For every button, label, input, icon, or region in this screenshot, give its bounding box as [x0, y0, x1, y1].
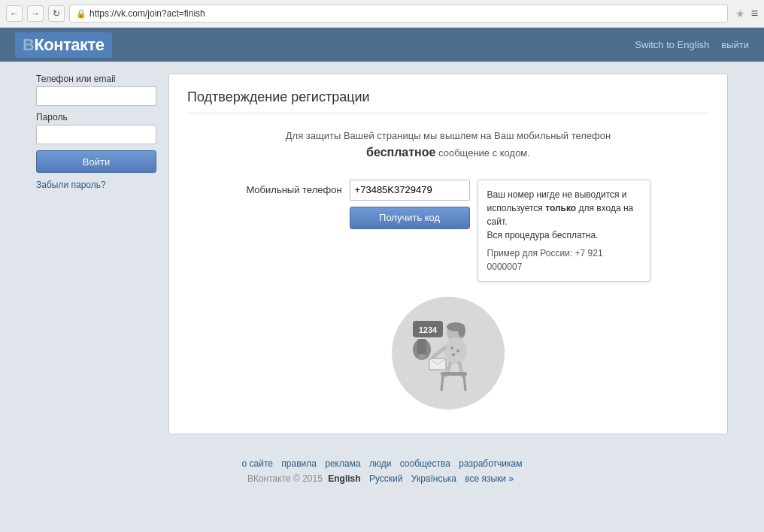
tooltip-line1: Ваш номер нигде не выводится и: [487, 188, 641, 201]
forgot-password-link[interactable]: Забыли пароль?: [36, 180, 106, 190]
logo-v-letter: В: [23, 35, 34, 54]
svg-point-5: [419, 354, 425, 360]
footer-link-communities[interactable]: сообщества: [400, 458, 450, 469]
svg-rect-16: [441, 372, 467, 376]
footer: о сайте правила реклама люди сообщества …: [0, 449, 764, 490]
footer-lang-all[interactable]: все языки »: [465, 473, 514, 484]
svg-text:1234: 1234: [419, 325, 438, 334]
content-panel: Подтверждение регистрации Для защиты Ваш…: [168, 74, 728, 434]
illustration-circle: 1234: [392, 297, 505, 410]
svg-rect-4: [417, 339, 426, 354]
refresh-button[interactable]: ↻: [48, 5, 65, 22]
phone-number-input[interactable]: [350, 180, 470, 201]
description-text: Для защиты Вашей страницы мы вышлем на В…: [187, 128, 709, 162]
phone-label-area: Мобильный телефон: [246, 180, 341, 195]
sidebar: Телефон или email Пароль Войти Забыли па…: [36, 74, 156, 434]
free-word: бесплатное: [366, 146, 435, 159]
description-line2: сообщение с кодом.: [435, 147, 529, 159]
svg-point-12: [452, 353, 455, 356]
footer-link-developers[interactable]: разработчикам: [459, 458, 522, 469]
tooltip-line2: используется только для входа на сайт.: [487, 201, 641, 228]
password-input[interactable]: [36, 125, 156, 144]
description-line1: Для защиты Вашей страницы мы вышлем на В…: [286, 130, 611, 141]
footer-link-rules[interactable]: правила: [281, 458, 317, 469]
forward-button[interactable]: →: [27, 5, 44, 22]
password-label: Пароль: [36, 112, 156, 122]
address-bar[interactable]: 🔒 https://vk.com/join?act=finish: [69, 5, 728, 23]
svg-point-11: [456, 349, 459, 352]
browser-chrome: ← → ↻ 🔒 https://vk.com/join?act=finish ★…: [0, 0, 764, 28]
lock-icon: 🔒: [76, 9, 86, 19]
main-layout: Телефон или email Пароль Войти Забыли па…: [29, 62, 735, 449]
login-button[interactable]: Войти: [36, 150, 156, 173]
registration-illustration: 1234: [399, 304, 497, 402]
phone-section-label: Мобильный телефон: [246, 184, 341, 195]
footer-link-people[interactable]: люди: [369, 458, 391, 469]
url-text: https://vk.com/join?act=finish: [89, 8, 205, 19]
svg-point-8: [458, 324, 465, 337]
page-title: Подтверждение регистрации: [187, 89, 709, 113]
svg-line-18: [464, 376, 465, 391]
footer-lang: ВКонтакте © 2015 English Русский Українс…: [0, 473, 764, 484]
footer-lang-russian[interactable]: Русский: [369, 473, 403, 484]
switch-language-link[interactable]: Switch to English: [635, 39, 709, 50]
tooltip-only: только: [545, 203, 576, 213]
phone-inputs-area: Получить код: [350, 180, 470, 229]
login-section: Телефон или email Пароль Войти Забыли па…: [36, 74, 156, 190]
menu-icon[interactable]: ≡: [751, 7, 758, 20]
footer-links: о сайте правила реклама люди сообщества …: [0, 458, 764, 469]
footer-link-about[interactable]: о сайте: [242, 458, 273, 469]
phone-email-input[interactable]: [36, 86, 156, 106]
phone-section: Мобильный телефон Получить код Ваш номер…: [187, 180, 709, 282]
tooltip-line4: Вся процедура бесплатна.: [487, 228, 641, 242]
get-code-button[interactable]: Получить код: [350, 207, 470, 229]
back-button[interactable]: ←: [6, 5, 23, 22]
svg-point-10: [450, 346, 453, 349]
tooltip-box: Ваш номер нигде не выводится и используе…: [478, 180, 650, 282]
vk-logo: ВВКонтактеКонтакте: [15, 32, 112, 58]
footer-lang-english[interactable]: English: [328, 473, 360, 484]
footer-link-ads[interactable]: реклама: [325, 458, 360, 469]
header-right: Switch to English выйти: [635, 39, 749, 50]
illustration-area: 1234: [187, 297, 709, 410]
logout-link[interactable]: выйти: [721, 39, 749, 50]
vk-header: ВВКонтактеКонтакте Switch to English вый…: [0, 28, 764, 62]
svg-line-17: [441, 376, 443, 391]
footer-lang-ukrainian[interactable]: Українська: [411, 473, 456, 484]
page-wrapper: ВВКонтактеКонтакте Switch to English вый…: [0, 28, 764, 528]
phone-email-label: Телефон или email: [36, 74, 156, 84]
svg-point-9: [444, 337, 467, 364]
footer-copyright: ВКонтакте © 2015: [247, 473, 323, 484]
bookmark-icon[interactable]: ★: [735, 8, 745, 20]
tooltip-example: Пример для России: +7 921 0000007: [487, 246, 641, 274]
